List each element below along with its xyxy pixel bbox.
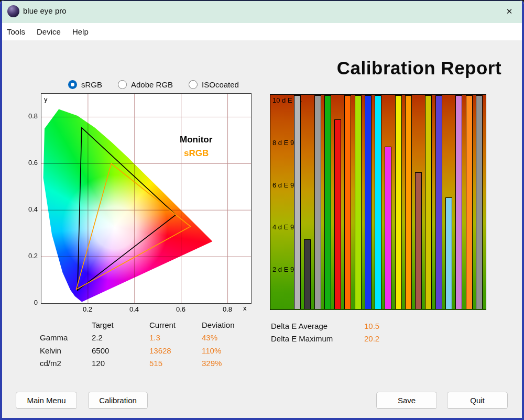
profile-option-label: Adobe RGB (131, 80, 173, 89)
close-button[interactable]: ✕ (502, 4, 517, 19)
results-row: Gamma2.21.343% (40, 331, 254, 345)
delta-e-bar (304, 239, 311, 309)
legend-monitor-label: Monitor (180, 135, 212, 145)
cie-tick-label: 0.6 (174, 305, 187, 313)
results-deviation-value: 110% (202, 346, 254, 355)
results-deviation-value: 329% (202, 359, 254, 368)
radio-unselected-icon[interactable] (189, 80, 198, 89)
cie-x-axis-label: x (243, 304, 247, 312)
cie-y-axis-label: y (44, 95, 48, 103)
app-window: blue eye pro ✕ ToolsDeviceHelp Calibrati… (0, 0, 524, 420)
delta-e-bar (324, 95, 331, 309)
results-target-value: 120 (92, 359, 149, 368)
delta-e-bar (344, 95, 351, 309)
results-current-value: 13628 (149, 346, 202, 355)
results-row: cd/m2120515329% (40, 357, 254, 370)
delta-e-bar (375, 95, 381, 309)
radio-selected-icon[interactable] (68, 80, 77, 89)
results-target-value: 2.2 (92, 333, 149, 342)
profile-option-isocoated[interactable]: ISOcoated (189, 80, 239, 89)
results-target-value: 6500 (92, 346, 149, 355)
delta-e-bar (355, 95, 362, 309)
report-title: Calibration Report (325, 58, 514, 79)
client-area: Calibration Report sRGBAdobe RGBISOcoate… (0, 40, 524, 420)
menu-item-help[interactable]: Help (67, 25, 94, 38)
delta-e-bar (365, 95, 372, 309)
delta-e-bar (435, 95, 442, 309)
delta-maximum-label: Delta E Maximum (271, 334, 364, 343)
cie-tick-label: 0.2 (81, 305, 94, 313)
results-header: Deviation (202, 320, 254, 329)
delta-e-bar (425, 95, 432, 309)
delta-e-chart: 10 d E 948 d E 946 d E 944 d E 942 d E 9… (270, 94, 486, 310)
delta-average-value: 10.5 (364, 322, 379, 330)
cie-tick-label: 0 (25, 299, 38, 306)
results-row: Kelvin650013628110% (40, 344, 254, 357)
profile-option-label: sRGB (81, 80, 102, 89)
window-border-bottom (0, 418, 524, 420)
cie-tick-label: 0.4 (128, 305, 140, 313)
window-title: blue eye pro (23, 6, 67, 15)
results-header: Current (149, 320, 202, 329)
cie-tick-label: 0.6 (25, 159, 38, 167)
radio-unselected-icon[interactable] (118, 80, 127, 89)
delta-e-bar (314, 95, 321, 309)
window-border-top (0, 0, 524, 1)
delta-maximum-row: Delta E Maximum 20.2 (271, 333, 379, 346)
delta-e-bar (334, 119, 341, 309)
cie-tick-label: 0.8 (25, 112, 38, 120)
profile-option-label: ISOcoated (202, 80, 239, 89)
legend-srgb-label: sRGB (184, 148, 209, 159)
window-border-right (522, 0, 524, 420)
profile-radio-group: sRGBAdobe RGBISOcoated (68, 79, 239, 90)
monitor-gamut-triangle (78, 128, 176, 291)
results-row-label: cd/m2 (40, 359, 92, 368)
window-border-left (0, 0, 2, 420)
delta-e-bar (466, 95, 473, 309)
delta-e-bars (294, 95, 483, 309)
delta-summary: Delta E Average 10.5 Delta E Maximum 20.… (271, 319, 379, 345)
cie-tick-label: 0.4 (25, 205, 38, 213)
results-row-label: Kelvin (40, 346, 92, 355)
title-bar: blue eye pro ✕ (0, 0, 524, 23)
menu-item-tools[interactable]: Tools (1, 25, 31, 38)
profile-option-adobe-rgb[interactable]: Adobe RGB (118, 80, 173, 89)
delta-e-bar (385, 147, 391, 309)
results-deviation-value: 43% (202, 333, 254, 342)
cie-diagram: Monitor sRGB y (41, 93, 252, 304)
calibration-button[interactable]: Calibration (88, 392, 148, 409)
results-current-value: 515 (149, 359, 202, 368)
menu-bar: ToolsDeviceHelp (0, 23, 524, 40)
app-icon (7, 5, 19, 17)
cie-tick-label: 0.8 (221, 305, 234, 313)
results-current-value: 1.3 (149, 333, 202, 342)
delta-e-bar (294, 95, 301, 309)
cie-overlay (41, 94, 251, 303)
results-header-row: TargetCurrentDeviation (40, 318, 254, 331)
delta-e-bar (405, 95, 412, 309)
profile-option-srgb[interactable]: sRGB (68, 80, 102, 89)
delta-e-bar (455, 95, 462, 309)
results-table: TargetCurrentDeviationGamma2.21.343%Kelv… (40, 318, 254, 370)
menu-item-device[interactable]: Device (31, 25, 67, 38)
main-menu-button[interactable]: Main Menu (16, 392, 77, 409)
quit-button[interactable]: Quit (447, 392, 508, 409)
delta-e-bar (476, 95, 483, 309)
save-button[interactable]: Save (376, 392, 437, 409)
delta-e-bar (415, 172, 422, 309)
delta-e-bar (395, 95, 402, 309)
results-row-label: Gamma (40, 333, 92, 342)
delta-average-row: Delta E Average 10.5 (271, 319, 379, 333)
results-header: Target (92, 320, 149, 329)
delta-maximum-value: 20.2 (364, 334, 379, 343)
cie-tick-label: 0.2 (25, 252, 38, 260)
delta-e-bar (445, 197, 452, 309)
srgb-gamut-triangle (77, 163, 191, 289)
delta-average-label: Delta E Average (271, 322, 364, 330)
